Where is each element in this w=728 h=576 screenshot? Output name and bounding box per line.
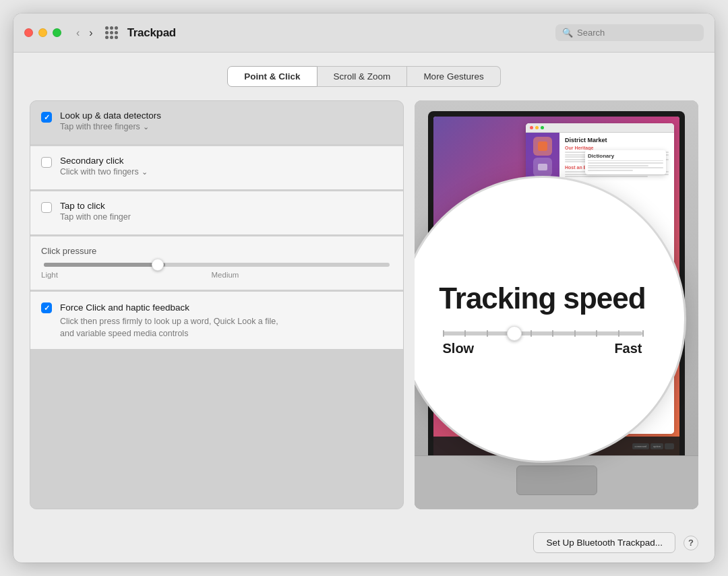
lookup-setting[interactable]: Look up & data detectors Tap with three … — [30, 101, 403, 144]
mag-slider-track — [443, 331, 642, 335]
click-pressure-track[interactable] — [44, 263, 390, 267]
bluetooth-setup-button[interactable]: Set Up Bluetooth Trackpad... — [533, 532, 675, 553]
tap-to-click-setting[interactable]: Tap to click Tap with one finger — [30, 191, 403, 234]
slow-label: Slow — [443, 341, 475, 356]
tick — [618, 330, 619, 337]
main-area: Look up & data detectors Tap with three … — [30, 100, 698, 509]
back-button[interactable]: ‹ — [73, 26, 82, 40]
tap-to-click-checkbox[interactable] — [41, 202, 52, 213]
divider — [30, 290, 403, 291]
tick — [596, 330, 597, 337]
secondary-click-setting[interactable]: Secondary click Click with two fingers ⌄ — [30, 146, 403, 189]
grid-dot — [110, 31, 113, 34]
tick — [642, 330, 644, 337]
tab-bar: Point & Click Scroll & Zoom More Gesture… — [30, 66, 698, 87]
divider — [30, 190, 403, 191]
secondary-click-text: Secondary click Click with two fingers ⌄ — [60, 156, 148, 177]
search-input[interactable] — [577, 28, 697, 38]
forward-button[interactable]: › — [86, 26, 95, 40]
dictionary-popup: Dictionary — [585, 150, 666, 174]
titlebar: ‹ › Trackpad 🔍 — [13, 13, 715, 53]
nav-arrows: ‹ › — [73, 26, 96, 40]
slider-thumb[interactable] — [152, 259, 164, 271]
secondary-click-title: Secondary click — [60, 156, 148, 166]
force-click-desc: Click then press firmly to look up a wor… — [41, 316, 392, 340]
tap-to-click-text: Tap to click Tap with one finger — [60, 201, 131, 222]
macbook-preview: District Market Our Heritage — [415, 100, 698, 509]
click-pressure-section: Click pressure Light Medium — [30, 236, 403, 290]
tap-to-click-desc: Tap with one finger — [60, 212, 131, 222]
sidebar-icon — [533, 137, 552, 156]
bottom-bar: Set Up Bluetooth Trackpad... ? — [13, 523, 715, 563]
preview-app-title: District Market — [565, 137, 669, 143]
preview-section1: Our Heritage — [565, 146, 669, 150]
secondary-click-desc: Click with two fingers ⌄ — [60, 167, 148, 177]
tab-more-gestures[interactable]: More Gestures — [407, 66, 500, 87]
help-button[interactable]: ? — [684, 536, 698, 550]
lookup-title: Look up & data detectors — [60, 110, 161, 121]
force-click-title: Force Click and haptic feedback — [60, 302, 189, 313]
maximize-button[interactable] — [53, 28, 61, 37]
grid-dot — [115, 26, 118, 30]
mag-labels: Slow Fast — [443, 341, 642, 356]
grid-dot — [110, 26, 113, 30]
content-area: Point & Click Scroll & Zoom More Gesture… — [13, 53, 715, 523]
minimize-button[interactable] — [38, 28, 47, 37]
slider-fill — [44, 263, 165, 267]
keyboard-area — [415, 455, 698, 509]
tick — [464, 330, 466, 337]
lookup-checkbox[interactable] — [41, 112, 52, 123]
slider-labels: Light Medium — [41, 271, 392, 279]
preview-area: District Market Our Heritage — [415, 100, 698, 509]
tab-point-click[interactable]: Point & Click — [227, 66, 317, 87]
command-key: command — [632, 443, 650, 449]
mag-slider-thumb[interactable] — [507, 326, 522, 341]
tick — [574, 330, 576, 337]
divider — [30, 145, 403, 146]
slider-label-light: Light — [41, 271, 58, 279]
search-icon: 🔍 — [562, 28, 573, 38]
window-controls — [24, 28, 61, 37]
tracking-speed-slider[interactable]: Slow Fast — [435, 331, 650, 356]
fast-label: Fast — [614, 341, 642, 356]
grid-dot — [110, 36, 113, 39]
secondary-click-chevron-icon: ⌄ — [142, 168, 148, 177]
close-button[interactable] — [24, 28, 33, 37]
divider — [30, 235, 403, 236]
secondary-click-checkbox[interactable] — [41, 157, 52, 168]
pw-min — [535, 126, 539, 129]
preview-text — [565, 176, 648, 177]
sidebar-icon — [533, 158, 552, 177]
force-click-header: Force Click and haptic feedback — [41, 301, 392, 313]
force-click-section[interactable]: Force Click and haptic feedback Click th… — [30, 292, 403, 349]
tick — [530, 330, 532, 337]
tap-to-click-title: Tap to click — [60, 201, 131, 211]
tick — [552, 330, 553, 337]
lookup-text: Look up & data detectors Tap with three … — [60, 110, 161, 131]
grid-dot — [115, 36, 118, 39]
slider-label-medium: Medium — [212, 271, 239, 279]
grid-dot — [105, 26, 109, 30]
grid-dot — [105, 36, 109, 39]
grid-dot — [115, 31, 118, 34]
preview-window-bar — [526, 123, 674, 133]
magnifier-title: Tracking speed — [439, 282, 645, 315]
tab-scroll-zoom[interactable]: Scroll & Zoom — [317, 66, 408, 87]
window-title: Trackpad — [127, 26, 176, 40]
click-pressure-label: Click pressure — [41, 246, 392, 256]
lookup-chevron-icon: ⌄ — [143, 123, 149, 131]
pw-close — [530, 126, 533, 129]
apps-grid-icon[interactable] — [105, 26, 118, 39]
tick — [443, 330, 444, 337]
settings-panel: Look up & data detectors Tap with three … — [30, 100, 404, 509]
force-click-checkbox[interactable] — [41, 302, 52, 313]
main-window: ‹ › Trackpad 🔍 Point & Click Scroll & Zo… — [13, 13, 715, 563]
tick — [487, 330, 488, 337]
grid-dot — [105, 31, 109, 34]
search-box[interactable]: 🔍 — [555, 24, 704, 41]
pw-max — [541, 126, 544, 129]
lookup-desc: Tap with three fingers ⌄ — [60, 122, 161, 131]
option-key: option — [650, 443, 663, 449]
trackpad — [516, 466, 597, 495]
blank-key — [665, 443, 674, 449]
